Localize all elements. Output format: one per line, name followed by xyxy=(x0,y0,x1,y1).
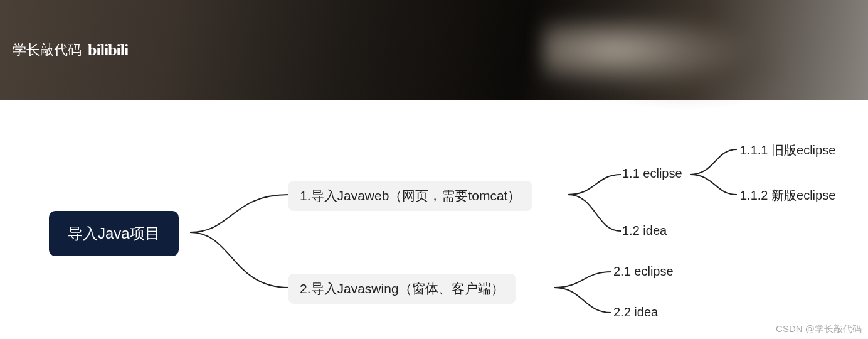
brand-block: 学长敲代码 bilibili xyxy=(13,41,128,60)
watermark-text: CSDN @学长敲代码 xyxy=(776,323,862,335)
branch-javaswing[interactable]: 2.导入Javaswing（窗体、客户端） xyxy=(288,274,516,304)
leaf-idea-1[interactable]: 1.2 idea xyxy=(622,223,667,238)
leaf-idea-2[interactable]: 2.2 idea xyxy=(613,305,658,320)
bilibili-logo: bilibili xyxy=(88,41,128,60)
branch-javaweb[interactable]: 1.导入Javaweb（网页，需要tomcat） xyxy=(288,181,532,211)
leaf-eclipse-1[interactable]: 1.1 eclipse xyxy=(622,166,682,181)
video-header: 学长敲代码 bilibili xyxy=(0,0,868,100)
brand-text: 学长敲代码 xyxy=(13,41,82,60)
leaf-old-eclipse[interactable]: 1.1.1 旧版eclipse xyxy=(740,142,835,159)
mindmap-canvas: 导入Java项目 1.导入Javaweb（网页，需要tomcat） 2.导入Ja… xyxy=(0,100,868,339)
leaf-eclipse-2[interactable]: 2.1 eclipse xyxy=(613,264,674,279)
leaf-new-eclipse[interactable]: 1.1.2 新版eclipse xyxy=(740,187,835,204)
root-node[interactable]: 导入Java项目 xyxy=(49,211,179,256)
